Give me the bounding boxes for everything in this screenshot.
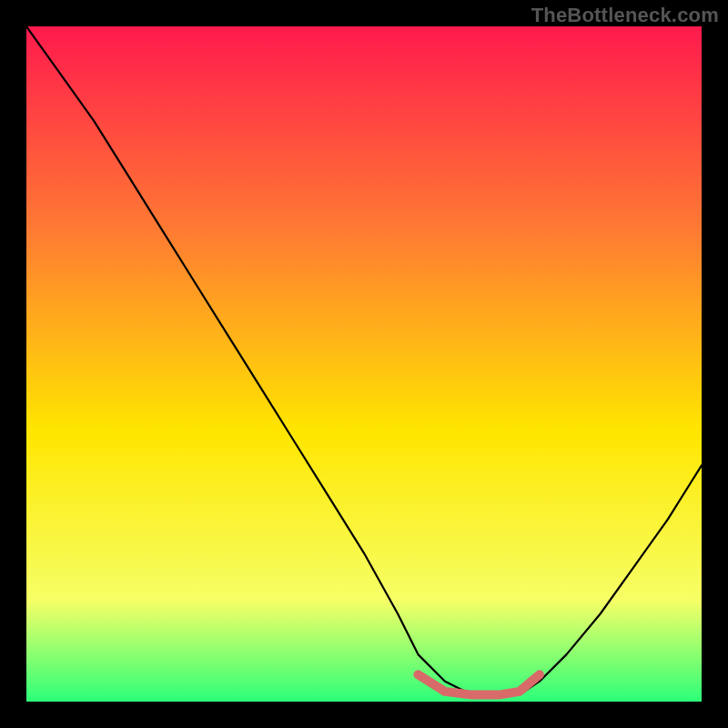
bottleneck-chart	[26, 26, 702, 702]
watermark-text: TheBottleneck.com	[531, 4, 719, 27]
chart-wrapper: TheBottleneck.com	[0, 0, 728, 728]
chart-background	[26, 26, 702, 702]
